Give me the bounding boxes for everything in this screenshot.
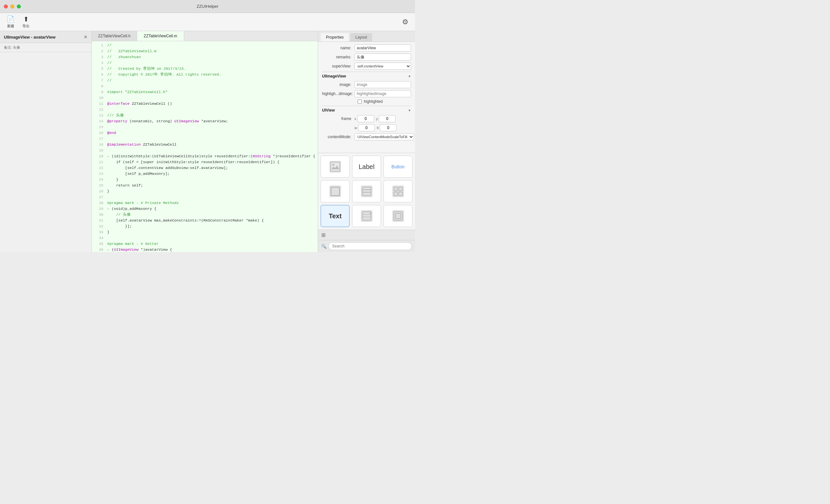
right-panel-tabs: Properties Layout xyxy=(318,31,415,42)
code-line: 6// Copyright © 2017年 李伯坤. All rights re… xyxy=(92,72,318,77)
uiimageview-collapse[interactable]: ▼ xyxy=(408,74,411,78)
code-line: 27 xyxy=(92,194,318,200)
component-scrollview[interactable] xyxy=(352,205,381,227)
uiimageview-section-header: UIImageView ▼ xyxy=(322,72,411,80)
close-traffic-light[interactable] xyxy=(4,4,8,8)
grid-icon[interactable]: ⊞ xyxy=(321,232,325,238)
h-label: h xyxy=(377,126,379,130)
y-label: y xyxy=(376,117,378,121)
component-imageview[interactable] xyxy=(321,156,350,178)
close-panel-button[interactable]: ✕ xyxy=(84,34,88,39)
component-grid: Label Button xyxy=(318,153,415,230)
svg-rect-3 xyxy=(362,187,371,195)
toolbar-right: ⚙ xyxy=(402,18,409,26)
tab-header[interactable]: ZZTableViewCell.h xyxy=(92,31,137,41)
svg-point-1 xyxy=(332,164,334,166)
frame-wh-row: w h xyxy=(322,124,411,131)
highlighted-image-row: highligh...dImage: xyxy=(322,90,411,97)
editor-area: ZZTableViewCell.h ZZTableViewCell.m 1// … xyxy=(92,31,318,252)
svg-rect-0 xyxy=(331,162,340,171)
highlighted-row: highlighted xyxy=(322,99,411,104)
w-label: w xyxy=(354,126,357,130)
superview-select[interactable]: self.contentView xyxy=(354,63,411,70)
code-line: 19 xyxy=(92,148,318,153)
x-field-group: x xyxy=(354,115,374,122)
minimize-traffic-light[interactable] xyxy=(10,4,14,8)
image-input[interactable] xyxy=(354,81,411,88)
scrollview-icon xyxy=(361,210,373,222)
component-something[interactable] xyxy=(384,205,412,227)
label-icon: Label xyxy=(359,163,375,170)
code-line: 4// xyxy=(92,60,318,66)
frame-wh-fields: w h xyxy=(354,124,411,131)
code-line: 13/// 头像 xyxy=(92,113,318,118)
contentmode-row: contentMode: UIViewContentModeScaleToFil… xyxy=(322,133,411,140)
component-collectionview[interactable] xyxy=(384,180,412,202)
frame-label: frame xyxy=(322,117,354,121)
code-line: 20- (id)initWithStyle:(UITableViewCellSt… xyxy=(92,153,318,159)
fullscreen-traffic-light[interactable] xyxy=(17,4,21,8)
text-icon: Text xyxy=(329,213,342,220)
component-text[interactable]: Text xyxy=(321,205,350,227)
code-line: 29- (void)p_addMasonry { xyxy=(92,206,318,212)
uiimageview-title: UIImageView xyxy=(322,74,346,78)
tab-implementation[interactable]: ZZTableViewCell.m xyxy=(137,31,184,41)
highlighted-checkbox[interactable] xyxy=(358,100,362,104)
view-icon xyxy=(329,186,341,197)
new-icon: 📄 xyxy=(6,15,14,23)
code-line: 9#import "ZZTableViewCell.h" xyxy=(92,89,318,95)
search-input[interactable] xyxy=(328,242,412,250)
component-button[interactable]: Button xyxy=(384,156,412,178)
x-label: x xyxy=(354,117,356,121)
x-input[interactable] xyxy=(357,115,374,122)
w-field-group: w xyxy=(354,124,375,131)
superview-label: superView: xyxy=(322,64,354,68)
component-label[interactable]: Label xyxy=(352,156,381,178)
component-view[interactable] xyxy=(321,180,350,202)
imageview-icon xyxy=(329,161,341,172)
code-line: 18@implementation ZZTableViewCell xyxy=(92,142,318,148)
editor-tabs: ZZTableViewCell.h ZZTableViewCell.m xyxy=(92,31,318,41)
contentmode-select[interactable]: UIViewContentModeScaleToFill xyxy=(354,133,414,140)
svg-rect-15 xyxy=(395,213,401,219)
traffic-lights xyxy=(4,4,21,8)
export-button[interactable]: ⬆ 导出 xyxy=(22,15,30,29)
svg-rect-6 xyxy=(394,187,397,191)
search-icon: 🔍 xyxy=(321,244,326,249)
code-line: 7// xyxy=(92,77,318,83)
window-title: ZZUIHelper xyxy=(196,4,218,9)
h-input[interactable] xyxy=(380,124,396,131)
code-line: 15 xyxy=(92,124,318,130)
code-line: 22 [self.contentView addSubview:self.ava… xyxy=(92,165,318,171)
code-line: 14@property (nonatomic, strong) UIImageV… xyxy=(92,118,318,124)
svg-rect-9 xyxy=(399,192,402,195)
code-content[interactable]: 1// 2// ZZTableViewCell.m 3// zhuanzhuan… xyxy=(92,41,318,252)
name-input[interactable] xyxy=(354,44,411,52)
y-field-group: y xyxy=(376,115,396,122)
w-input[interactable] xyxy=(358,124,375,131)
tab-layout[interactable]: Layout xyxy=(350,33,372,41)
code-line: 11@interface ZZTableViewCell () xyxy=(92,101,318,107)
remarks-input[interactable] xyxy=(354,54,411,61)
remarks-row: remarks: xyxy=(322,54,411,61)
code-line: 36- (UIImageView *)avatarView { xyxy=(92,247,318,252)
tab-properties[interactable]: Properties xyxy=(321,33,349,41)
titlebar: ZZUIHelper xyxy=(0,0,415,13)
svg-rect-14 xyxy=(394,212,402,220)
contentmode-label: contentMode: xyxy=(322,135,354,139)
frame-xy-fields: x y xyxy=(354,115,411,122)
code-line: 32 }]; xyxy=(92,223,318,229)
component-tableview[interactable] xyxy=(352,180,381,202)
search-bar: 🔍 xyxy=(318,240,415,252)
settings-icon[interactable]: ⚙ xyxy=(402,18,409,26)
uiview-collapse[interactable]: ▼ xyxy=(408,108,411,112)
image-label: image: xyxy=(322,83,354,87)
main-layout: UIImageView - avatarView ✕ 备注: 头像 ZZTabl… xyxy=(0,31,415,252)
code-line: 26} xyxy=(92,188,318,194)
highlighted-image-input[interactable] xyxy=(354,90,411,97)
y-input[interactable] xyxy=(379,115,395,122)
new-button[interactable]: 📄 新建 xyxy=(6,15,14,29)
code-line: 30 // 头像 xyxy=(92,212,318,218)
export-label: 导出 xyxy=(22,24,30,29)
left-panel-header: UIImageView - avatarView ✕ xyxy=(0,31,91,43)
